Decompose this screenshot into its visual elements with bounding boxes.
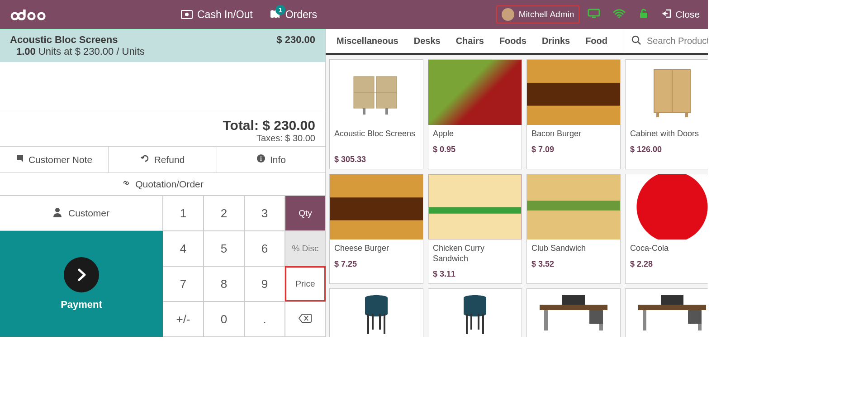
quotation-button[interactable]: Quotation/Order [0,173,325,196]
product-card[interactable]: Cheese Burger$ 7.25 [329,174,423,284]
svg-rect-42 [661,295,683,305]
numkey-6[interactable]: 6 [244,231,285,266]
product-card[interactable] [625,288,708,337]
svg-rect-37 [562,295,585,305]
product-card[interactable]: Apple$ 0.95 [428,59,522,169]
unlock-icon[interactable] [638,8,649,21]
product-image [626,60,708,125]
payment-label: Payment [61,299,102,311]
product-name: Cheese Burger [334,243,418,254]
product-name: Apple [433,129,517,139]
category-miscellaneous[interactable]: Miscellaneous [337,36,398,46]
product-image [527,174,620,239]
product-name: Bacon Burger [531,129,616,139]
numkey-0[interactable]: 0 [204,302,244,337]
payment-button[interactable]: Payment [0,231,163,337]
close-label: Close [675,9,700,20]
person-icon [53,207,62,220]
search-icon [631,35,641,47]
svg-point-11 [618,16,620,18]
svg-point-1 [13,14,17,18]
svg-rect-10 [592,17,596,18]
svg-rect-34 [540,305,607,310]
product-card[interactable]: Club Sandwich$ 3.52 [526,174,621,284]
svg-point-2 [19,14,24,18]
numkey-7[interactable]: 7 [163,266,204,302]
product-card[interactable]: Cabinet with Doors$ 126.00 [625,59,708,169]
category-desks[interactable]: Desks [414,36,441,46]
numkey-4[interactable]: 4 [163,231,204,266]
svg-point-6 [39,14,43,18]
close-button[interactable]: Close [662,9,700,21]
numkey-1[interactable]: 1 [163,196,204,231]
display-icon[interactable] [588,9,600,20]
product-image [428,174,522,239]
product-image [330,174,423,239]
product-name: Acoustic Bloc Screens [334,129,418,149]
customer-note-button[interactable]: Customer Note [0,147,109,172]
numkey-5[interactable]: 5 [204,231,244,266]
quotation-label: Quotation/Order [135,179,204,190]
numkey-2[interactable]: 2 [204,196,244,231]
numkey-dot[interactable]: . [244,302,285,337]
svg-point-4 [29,14,33,18]
product-name: Coca-Cola [630,243,708,254]
product-image [626,289,708,337]
svg-rect-20 [363,108,365,115]
info-button[interactable]: i Info [217,147,325,172]
svg-rect-38 [589,310,603,324]
product-card[interactable] [428,288,522,337]
product-price: $ 3.11 [433,269,517,279]
product-name: Club Sandwich [531,243,616,254]
product-name: Chicken Curry Sandwich [433,243,517,264]
refund-button[interactable]: Refund [109,147,217,172]
refund-icon [141,154,150,165]
orders-button[interactable]: 1 Orders [269,9,317,21]
numkey-9[interactable]: 9 [244,266,285,302]
svg-point-8 [185,13,189,16]
product-image [330,60,423,125]
numkey-8[interactable]: 8 [204,266,244,302]
product-image [626,174,708,239]
product-price: $ 2.28 [630,259,708,269]
user-menu[interactable]: Mitchell Admin [496,5,580,24]
product-card[interactable]: Chicken Curry Sandwich$ 3.11 [428,174,522,284]
numkey-3[interactable]: 3 [244,196,285,231]
mode-disc[interactable]: % Disc [285,231,326,266]
cash-in-out-button[interactable]: Cash In/Out [181,9,253,21]
note-icon [16,154,24,165]
svg-rect-33 [478,314,479,330]
wifi-icon[interactable] [613,9,626,20]
category-food[interactable]: Food [585,36,607,46]
customer-note-label: Customer Note [28,154,92,165]
product-card[interactable]: Acoustic Bloc Screens$ 305.33 [329,59,423,169]
svg-rect-27 [384,314,385,334]
mode-price[interactable]: Price [285,266,326,302]
svg-rect-12 [640,13,647,18]
svg-rect-29 [379,314,381,330]
product-image [527,289,620,337]
category-foods[interactable]: Foods [499,36,526,46]
order-line[interactable]: Acoustic Bloc Screens $ 230.00 1.00 Unit… [0,29,325,62]
product-card[interactable] [329,288,423,337]
category-chairs[interactable]: Chairs [456,36,484,46]
order-totals: Total: $ 230.00 Taxes: $ 30.00 [0,112,325,146]
svg-point-16 [632,36,639,43]
product-card[interactable]: Bacon Burger$ 7.09 [526,59,621,169]
product-price: $ 7.09 [531,145,616,154]
category-drinks[interactable]: Drinks [542,36,570,46]
odoo-logo[interactable] [0,6,68,23]
ticket-icon: 1 [269,10,281,19]
search-input[interactable] [647,36,708,46]
product-price: $ 0.95 [433,145,517,154]
svg-rect-25 [685,113,688,117]
chevron-right-icon [64,257,99,292]
product-price: $ 305.33 [334,155,418,164]
svg-rect-39 [638,305,706,310]
backspace-key[interactable] [285,302,326,337]
product-card[interactable]: Coca-Cola$ 2.28 [625,174,708,284]
product-card[interactable] [526,288,621,337]
mode-qty[interactable]: Qty [285,196,326,231]
numkey-plus-minus[interactable]: +/- [163,302,204,337]
customer-button[interactable]: Customer [0,196,163,231]
